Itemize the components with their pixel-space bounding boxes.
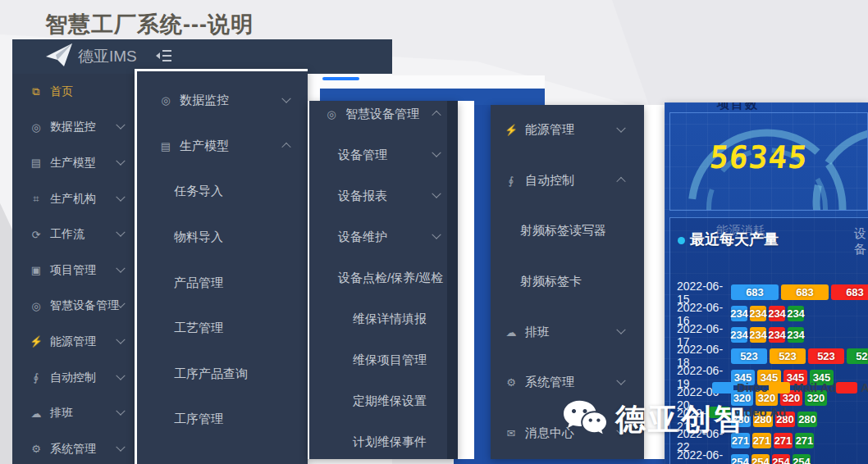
bar-Mail Ad: 254 bbox=[752, 454, 770, 464]
chevron-down-icon bbox=[432, 230, 441, 239]
menu-item-生产模型[interactable]: ▤生产模型 bbox=[12, 145, 135, 181]
system-icon: ⚙ bbox=[504, 376, 519, 389]
menu-item-维保详情填报[interactable]: 维保详情填报 bbox=[309, 298, 458, 339]
menu-item-label: 射频标签卡 bbox=[520, 274, 582, 289]
menu-item-设备维护[interactable]: 设备维护 bbox=[309, 216, 458, 257]
legend-label: A bbox=[861, 380, 868, 394]
dashboard-backdrop bbox=[474, 105, 491, 459]
model-icon: ▤ bbox=[158, 140, 173, 152]
main-sidebar: ⧉首页◎数据监控▤生产模型⌗生产机构⟳工作流▣项目管理◎智慧设备管理⚡能源管理∮… bbox=[12, 74, 135, 464]
menu-item-生产模型[interactable]: ▤生产模型 bbox=[137, 124, 308, 170]
menu-item-label: 排班 bbox=[50, 406, 73, 421]
menu-item-label: 项目管理 bbox=[50, 263, 96, 278]
bar-Video Ad: 523 bbox=[847, 348, 868, 364]
menu-item-数据监控[interactable]: ◎数据监控 bbox=[12, 110, 135, 146]
project-icon: ▣ bbox=[29, 264, 43, 276]
menu-item-设备报表[interactable]: 设备报表 bbox=[309, 175, 458, 216]
menu-item-设备管理[interactable]: 设备管理 bbox=[309, 134, 458, 175]
message-icon: ✉ bbox=[504, 427, 519, 439]
bar-Mail Ad: 234 bbox=[750, 306, 766, 321]
menu-item-label: 工序管理 bbox=[174, 412, 223, 427]
menu-item-工作流[interactable]: ⟳工作流 bbox=[12, 216, 135, 252]
chart-row-bars: 234234234234 bbox=[731, 327, 804, 343]
chevron-down-icon bbox=[116, 192, 125, 201]
bar-Video Ad: 254 bbox=[793, 454, 811, 464]
sidebar-collapse-icon[interactable] bbox=[156, 49, 172, 66]
menu-item-射频标签读写器[interactable]: 射频标签读写器 bbox=[491, 206, 644, 257]
menu-item-系统管理[interactable]: ⚙系统管理 bbox=[12, 431, 135, 464]
device-icon: ◎ bbox=[29, 300, 43, 312]
chevron-up-icon bbox=[616, 177, 625, 186]
dashboard-top-label: 项目数 bbox=[717, 102, 759, 112]
menu-item-排班[interactable]: ☁排班 bbox=[491, 307, 644, 357]
menu-item-label: 计划维保事件 bbox=[353, 434, 427, 450]
gauge-value: 56345 bbox=[708, 139, 810, 175]
menu-item-设备点检/保养/巡检[interactable]: 设备点检/保养/巡检 bbox=[309, 257, 458, 298]
control-icon: ∮ bbox=[504, 175, 519, 187]
bar-Mail Ad: 683 bbox=[781, 284, 829, 300]
menu-item-排班[interactable]: ☁排班 bbox=[12, 395, 135, 431]
system-icon: ⚙ bbox=[29, 443, 43, 455]
active-tab-indicator bbox=[322, 77, 359, 80]
menu-item-数据监控[interactable]: ◎数据监控 bbox=[137, 78, 308, 124]
bar-Direct: 234 bbox=[731, 327, 747, 343]
menu-item-定期维保设置[interactable]: 定期维保设置 bbox=[309, 380, 458, 421]
legend-label: Mail Ad bbox=[793, 380, 837, 394]
menu-item-label: 维保项目管理 bbox=[353, 353, 427, 368]
menu-item-label: 设备管理 bbox=[338, 148, 387, 163]
panel-gap bbox=[458, 101, 474, 459]
bar-A: 234 bbox=[769, 327, 785, 343]
energy-icon: ⚡ bbox=[504, 124, 519, 136]
menu-item-任务导入[interactable]: 任务导入 bbox=[137, 169, 308, 215]
monitor-icon: ◎ bbox=[29, 121, 43, 134]
menu-item-工序产品查询[interactable]: 工序产品查询 bbox=[137, 352, 308, 398]
menu-item-工艺管理[interactable]: 工艺管理 bbox=[137, 306, 308, 352]
menu-item-label: 设备报表 bbox=[338, 189, 387, 204]
menu-item-维保项目管理[interactable]: 维保项目管理 bbox=[309, 339, 458, 380]
menu-item-能源管理[interactable]: ⚡能源管理 bbox=[12, 324, 135, 360]
main-sidebar-menu: ⧉首页◎数据监控▤生产模型⌗生产机构⟳工作流▣项目管理◎智慧设备管理⚡能源管理∮… bbox=[12, 74, 135, 464]
device-icon: ◎ bbox=[324, 108, 339, 121]
bar-A: 254 bbox=[772, 454, 790, 464]
menu-item-物料导入[interactable]: 物料导入 bbox=[137, 215, 308, 261]
menu-item-智慧设备管理[interactable]: ◎智慧设备管理 bbox=[12, 289, 135, 325]
chart-title: 最近每天产量 bbox=[690, 230, 779, 249]
menu-item-产品管理[interactable]: 产品管理 bbox=[137, 260, 308, 306]
menu-item-label: 任务导入 bbox=[174, 184, 223, 199]
chevron-down-icon bbox=[432, 148, 441, 157]
bar-Video Ad: 271 bbox=[795, 433, 814, 448]
menu-item-label: 生产模型 bbox=[180, 139, 229, 154]
device-tab-label[interactable]: 设备 bbox=[854, 226, 868, 257]
menu-item-自动控制[interactable]: ∮自动控制 bbox=[491, 156, 644, 207]
menu-item-计划维保事件[interactable]: 计划维保事件 bbox=[309, 421, 458, 459]
menu-item-能源管理[interactable]: ⚡能源管理 bbox=[491, 105, 644, 156]
menu-item-生产机构[interactable]: ⌗生产机构 bbox=[12, 181, 135, 217]
menu-item-首页[interactable]: ⧉首页 bbox=[12, 74, 135, 110]
legend-Mail Ad[interactable]: Mail Ad bbox=[769, 380, 837, 394]
chart-row-bars: 254254254254 bbox=[731, 454, 811, 464]
watermark: 德亚创智 bbox=[563, 398, 747, 441]
bar-Direct: 683 bbox=[731, 284, 779, 300]
menu-item-label: 生产模型 bbox=[50, 156, 96, 171]
chevron-down-icon bbox=[116, 121, 125, 130]
menu-item-label: 排班 bbox=[525, 325, 550, 340]
legend-Direct[interactable]: Direct bbox=[712, 380, 772, 394]
chevron-down-icon bbox=[116, 156, 125, 165]
schedule-icon: ☁ bbox=[504, 326, 519, 339]
menu-item-智慧设备管理[interactable]: ◎智慧设备管理 bbox=[309, 101, 458, 134]
menu-item-项目管理[interactable]: ▣项目管理 bbox=[12, 252, 135, 289]
menu-item-label: 数据监控 bbox=[180, 93, 229, 108]
chevron-down-icon bbox=[281, 93, 290, 102]
menu-item-工序管理[interactable]: 工序管理 bbox=[137, 397, 308, 443]
bar-Direct: 254 bbox=[731, 454, 749, 464]
chevron-down-icon bbox=[116, 407, 125, 416]
menu-item-label: 首页 bbox=[50, 84, 73, 99]
chevron-down-icon bbox=[432, 189, 441, 198]
legend-A[interactable]: A bbox=[836, 380, 868, 394]
menu-item-label: 系统管理 bbox=[50, 442, 96, 457]
menu-item-自动控制[interactable]: ∮自动控制 bbox=[12, 360, 135, 396]
menu-item-射频标签卡[interactable]: 射频标签卡 bbox=[491, 257, 644, 307]
chevron-down-icon bbox=[616, 375, 625, 384]
bar-Direct: 234 bbox=[731, 306, 747, 321]
menu-item-label: 能源管理 bbox=[525, 122, 574, 138]
